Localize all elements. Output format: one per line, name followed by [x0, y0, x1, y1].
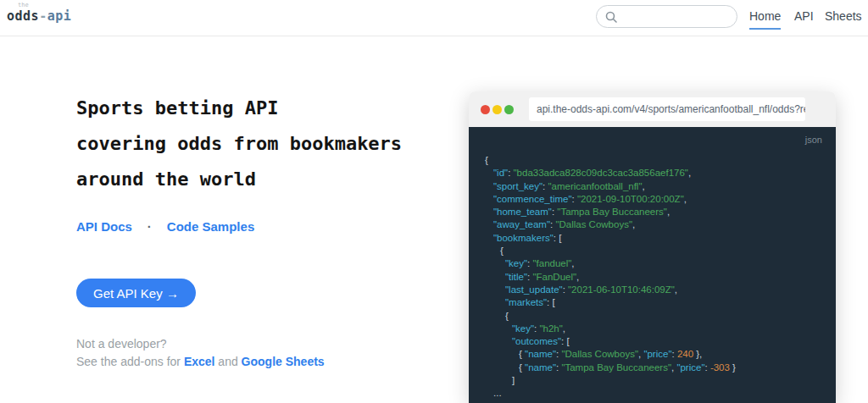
code-line: "bookmakers": [ — [485, 232, 822, 245]
get-api-key-button[interactable]: Get API Key → — [76, 279, 196, 307]
logo-api: api — [47, 8, 72, 24]
nav-item-api[interactable]: API — [794, 9, 814, 23]
code-line: "away_team": "Dallas Cowboys", — [485, 218, 822, 231]
logo-dash: - — [39, 8, 47, 24]
api-docs-link[interactable]: API Docs — [76, 219, 132, 234]
search-box[interactable] — [596, 5, 737, 28]
footnote-prefix: See the add-ons for — [76, 355, 181, 368]
logo[interactable]: the odds-api — [7, 2, 71, 24]
browser-titlebar: api.the-odds-api.com/v4/sports/americanf… — [469, 91, 836, 127]
traffic-lights — [481, 105, 514, 114]
code-line: "commence_time": "2021-09-10T00:20:00Z", — [485, 193, 822, 206]
excel-link[interactable]: Excel — [184, 355, 215, 368]
url-bar[interactable]: api.the-odds-api.com/v4/sports/americanf… — [529, 97, 805, 121]
code-line: "title": "FanDuel", — [485, 271, 822, 284]
logo-odds: odds — [7, 8, 39, 24]
code-line: { "name": "Dallas Cowboys", "price": 240… — [485, 348, 822, 361]
code-line: { "name": "Tampa Bay Buccaneers", "price… — [485, 362, 822, 374]
language-badge: json — [485, 134, 822, 146]
browser-mockup: api.the-odds-api.com/v4/sports/americanf… — [469, 91, 836, 403]
traffic-light-yellow-icon — [492, 105, 502, 114]
footnote-line2: See the add-ons for Excel and Google She… — [76, 353, 325, 371]
page-title: Sports betting API covering odds from bo… — [76, 91, 449, 197]
code-line: "key": "fanduel", — [485, 257, 822, 270]
code-line: ... — [485, 387, 822, 400]
header: the odds-api Home API Sheets — [0, 0, 868, 36]
code-panel: json {"id": "bda33adca828c09dc3cac3a856a… — [469, 127, 836, 403]
code-line: { — [485, 245, 822, 257]
code-line: "sport_key": "americanfootball_nfl", — [485, 180, 822, 193]
logo-text: odds-api — [7, 8, 71, 24]
traffic-light-red-icon — [481, 105, 490, 114]
url-text: api.the-odds-api.com/v4/sports/americanf… — [537, 103, 805, 115]
code-line: "key": "h2h", — [485, 323, 822, 335]
hero-links: API Docs · Code Samples — [76, 219, 254, 234]
search-input[interactable] — [623, 11, 725, 23]
code-line: "markets": [ — [485, 296, 822, 309]
footnote-and: and — [218, 355, 237, 368]
code-samples-link[interactable]: Code Samples — [167, 219, 254, 234]
footnote: Not a developer? See the add-ons for Exc… — [76, 335, 325, 371]
code-line: { — [485, 310, 822, 323]
google-sheets-link[interactable]: Google Sheets — [242, 355, 325, 368]
code-line: "id": "bda33adca828c09dc3cac3a856aef176"… — [485, 167, 822, 179]
nav-item-sheets[interactable]: Sheets — [825, 9, 862, 23]
logo-the: the — [18, 2, 71, 8]
dot-separator: · — [147, 219, 152, 234]
traffic-light-green-icon — [504, 105, 514, 114]
nav-item-home[interactable]: Home — [749, 9, 781, 30]
code-line: "outcomes": [ — [485, 335, 822, 348]
footnote-line1: Not a developer? — [76, 335, 325, 353]
code-line: "home_team": "Tampa Bay Buccaneers", — [485, 206, 822, 218]
code-line: { — [485, 154, 822, 167]
code-line: "last_update": "2021-06-10T10:46:09Z", — [485, 284, 822, 296]
code-lines: {"id": "bda33adca828c09dc3cac3a856aef176… — [485, 154, 822, 400]
code-line: ] — [485, 374, 822, 387]
search-icon — [605, 11, 617, 23]
